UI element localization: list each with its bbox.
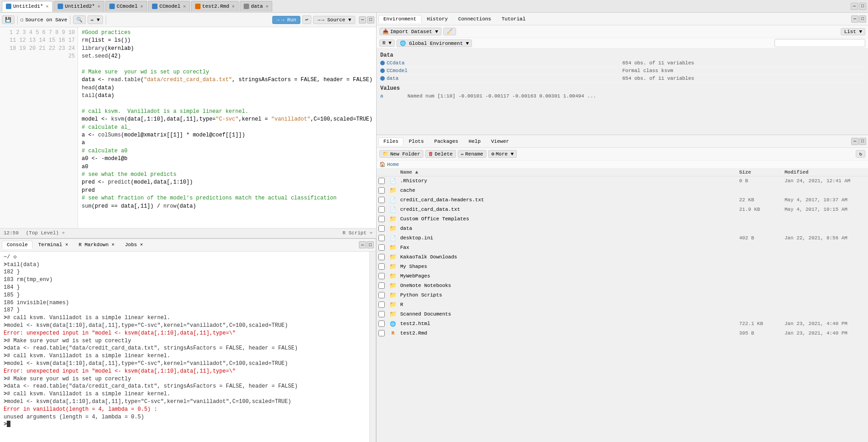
connections-tab[interactable]: Connections	[453, 15, 496, 23]
global-env-button[interactable]: 🌐 Global Environment ▼	[397, 39, 472, 47]
file-type-indicator[interactable]: R Script ÷	[343, 230, 373, 236]
file-checkbox-7[interactable]	[378, 244, 385, 251]
file-checkbox-0[interactable]	[378, 178, 385, 184]
console-maximize-btn[interactable]: □	[367, 241, 374, 248]
files-tab[interactable]: Files	[378, 137, 403, 146]
files-maximize-btn[interactable]: □	[859, 138, 866, 145]
file-checkbox-6[interactable]	[378, 235, 385, 241]
maximize-button[interactable]: □	[859, 3, 866, 10]
list-item[interactable]: 📄 desktop.ini 402 B Jan 22, 2021, 8:56 A…	[377, 233, 868, 243]
console-tab[interactable]: Console	[2, 241, 33, 249]
refresh-button[interactable]: ↻	[856, 150, 865, 158]
jobs-tab[interactable]: Jobs ×	[120, 241, 148, 249]
list-item[interactable]: 📁 Fax	[377, 243, 868, 253]
file-checkbox-11[interactable]	[378, 282, 385, 289]
list-item[interactable]: R test2.Rmd 395 B Jan 23, 2021, 4:40 PM	[377, 329, 868, 338]
source-button[interactable]: → → Source ▼	[313, 16, 355, 24]
file-checkbox-15[interactable]	[378, 321, 385, 327]
home-link[interactable]: Home	[387, 162, 399, 167]
environment-tab[interactable]: Environment	[378, 15, 422, 23]
list-item[interactable]: 📁 KakaoTalk Downloads	[377, 253, 868, 262]
tab-untitled1[interactable]: Untitled1* ✕	[2, 1, 53, 12]
list-view-button[interactable]: List ▼	[841, 28, 865, 35]
import-dataset-button[interactable]: 📥 Import Dataset ▼	[379, 28, 441, 35]
file-checkbox-10[interactable]	[378, 273, 385, 279]
list-item[interactable]: 📄 credit_card_data-headers.txt 22 KB May…	[377, 195, 868, 205]
tab-data[interactable]: data ✕	[240, 1, 272, 12]
list-item[interactable]: 📁 Scanned Documents	[377, 310, 868, 319]
help-tab[interactable]: Help	[464, 137, 485, 146]
delete-button[interactable]: 🗑 Delete	[425, 150, 456, 158]
file-checkbox-4[interactable]	[378, 216, 385, 222]
minimize-button[interactable]: —	[851, 3, 858, 10]
env-minimize-btn[interactable]: —	[851, 15, 858, 23]
list-item[interactable]: 📁 Python Scripts	[377, 291, 868, 300]
list-item[interactable]: 📁 data	[377, 224, 868, 233]
env-search-input[interactable]	[775, 39, 865, 47]
file-checkbox-9[interactable]	[378, 263, 385, 270]
file-checkbox-13[interactable]	[378, 301, 385, 308]
env-item-data[interactable]: data 654 obs. of 11 variables	[380, 75, 864, 83]
tab-close-icon[interactable]: ✕	[98, 4, 100, 9]
header-size-col[interactable]: Size	[739, 170, 785, 175]
rmarkdown-tab[interactable]: R Markdown ×	[74, 241, 119, 249]
save-icon[interactable]: 💾	[2, 15, 15, 24]
file-checkbox-5[interactable]	[378, 225, 385, 232]
files-minimize-btn[interactable]: —	[851, 138, 858, 145]
header-name-col[interactable]: Name ▲	[400, 170, 739, 175]
code-content[interactable]: #Good practices rm(list = ls()) library(…	[78, 27, 376, 228]
tab-untitled2[interactable]: Untitled2* ✕	[54, 1, 104, 12]
tab-close-icon[interactable]: ✕	[140, 4, 143, 9]
tab-close-icon[interactable]: ✕	[46, 4, 49, 9]
console-minimize-btn[interactable]: —	[359, 241, 366, 248]
editor-minimize-btn[interactable]: —	[359, 16, 366, 24]
more-button[interactable]: ⚙️ More ▼	[488, 150, 517, 158]
tab-ccmodel2[interactable]: CCmodel ✕	[148, 1, 190, 12]
r-scope-button[interactable]: R ▼	[379, 39, 395, 47]
code-editor[interactable]: 1 2 3 4 5 6 7 8 9 10 11 12 13 14 15 16 1…	[0, 27, 376, 228]
tab-ccmodel1[interactable]: CCmodel ✕	[105, 1, 147, 12]
terminal-tab[interactable]: Terminal ×	[33, 241, 73, 249]
source-on-save-checkbox[interactable]: ☐	[20, 17, 24, 23]
new-folder-button[interactable]: 📁 New Folder	[379, 150, 423, 158]
env-maximize-btn[interactable]: □	[859, 15, 866, 23]
list-item[interactable]: 📁 Custom Office Templates	[377, 214, 868, 224]
list-item[interactable]: 📁 My Shapes	[377, 262, 868, 272]
tab-close-icon[interactable]: ✕	[183, 4, 186, 9]
header-modified-col[interactable]: Modified	[785, 170, 866, 175]
console-scrollbar[interactable]	[369, 252, 376, 442]
spell-button[interactable]: ✏️ ▼	[88, 15, 103, 24]
list-item[interactable]: 📁 MyWebPages	[377, 272, 868, 281]
env-item-a[interactable]: a Named num [1:10] -0.00101 -0.00117 -0.…	[380, 92, 864, 100]
list-item[interactable]: 📁 cache	[377, 186, 868, 195]
rerun-button[interactable]: ↩	[302, 15, 312, 24]
list-item[interactable]: 🌐 test2.html 722.1 KB Jan 23, 2021, 4:40…	[377, 319, 868, 329]
tutorial-tab[interactable]: Tutorial	[496, 15, 530, 23]
file-checkbox-2[interactable]	[378, 197, 385, 203]
tab-test2rmd[interactable]: test2.Rmd ✕	[191, 1, 239, 12]
tab-close-icon[interactable]: ✕	[232, 4, 235, 9]
list-item[interactable]: 📁 R	[377, 300, 868, 310]
file-checkbox-1[interactable]	[378, 187, 385, 194]
editor-maximize-btn[interactable]: □	[367, 16, 374, 24]
env-item-ccdata[interactable]: CCdata 654 obs. of 11 variables	[380, 59, 864, 67]
file-checkbox-3[interactable]	[378, 206, 385, 213]
file-checkbox-8[interactable]	[378, 254, 385, 260]
plots-tab[interactable]: Plots	[404, 137, 429, 146]
history-tab[interactable]: History	[422, 15, 453, 23]
rename-button[interactable]: ✏️ Rename	[458, 150, 486, 158]
run-button[interactable]: → → Run	[272, 16, 300, 24]
viewer-tab[interactable]: Viewer	[486, 137, 514, 146]
file-checkbox-14[interactable]	[378, 311, 385, 317]
search-button[interactable]: 🔍	[73, 15, 86, 24]
file-checkbox-16[interactable]	[378, 330, 385, 336]
tab-close-icon[interactable]: ✕	[265, 4, 268, 9]
list-item[interactable]: 📄 credit_card_data.txt 21.9 KB May 4, 20…	[377, 205, 868, 214]
env-item-ccmodel[interactable]: CCmodel Formal class ksvm	[380, 67, 864, 75]
list-item[interactable]: 📁 OneNote Notebooks	[377, 281, 868, 291]
clear-env-button[interactable]: 🧹	[443, 28, 456, 35]
console-output[interactable]: ~/ ◇> tail(data)182 }183 rm(tmp_env)184 …	[0, 252, 369, 442]
file-checkbox-12[interactable]	[378, 292, 385, 298]
packages-tab[interactable]: Packages	[429, 137, 463, 146]
list-item[interactable]: 📄 .Rhistory 0 B Jan 24, 2021, 12:41 AM	[377, 176, 868, 186]
